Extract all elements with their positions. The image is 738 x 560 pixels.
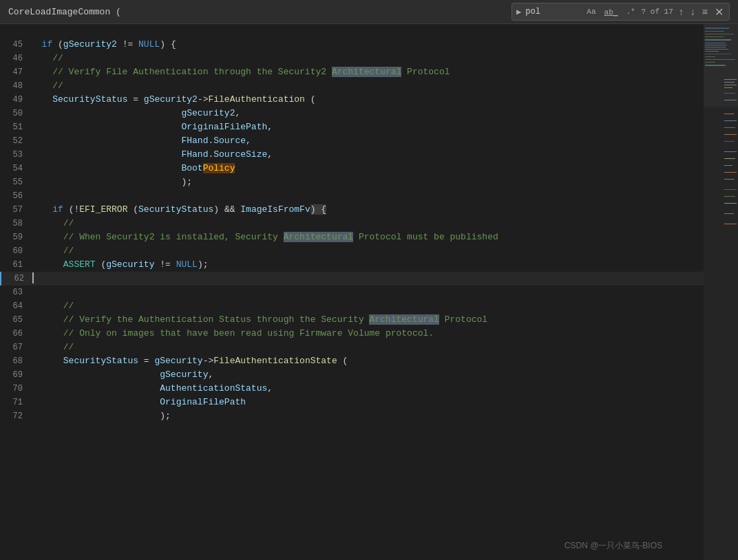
line-number: 50 bbox=[0, 107, 31, 120]
svg-rect-20 bbox=[724, 87, 732, 88]
code-line: 58 // bbox=[0, 217, 704, 230]
svg-rect-34 bbox=[724, 196, 735, 197]
line-number: 62 bbox=[1, 272, 32, 286]
code-line: 61 ASSERT (gSecurity != NULL); bbox=[0, 258, 704, 272]
line-number: 58 bbox=[0, 217, 31, 230]
line-content: ASSERT (gSecurity != NULL); bbox=[31, 258, 704, 272]
line-content: SecurityStatus = gSecurity2->FileAuthent… bbox=[31, 93, 704, 107]
title-bar: CoreLoadImageCommon ( ▶ Aa ab̲ .* ? of 1… bbox=[0, 0, 738, 24]
match-case-button[interactable]: Aa bbox=[584, 7, 598, 17]
svg-rect-33 bbox=[724, 189, 737, 190]
line-number: 46 bbox=[0, 52, 31, 65]
code-line: 47 // Verify File Authentication through… bbox=[0, 65, 704, 79]
svg-rect-32 bbox=[724, 179, 735, 180]
line-number bbox=[0, 24, 31, 38]
line-content: ); bbox=[31, 409, 704, 423]
line-number: 63 bbox=[0, 286, 31, 299]
code-line: 52 FHand.Source, bbox=[0, 134, 704, 148]
line-content: gSecurity, bbox=[31, 368, 704, 382]
code-line: 59 // When Security2 is installed, Secur… bbox=[0, 230, 704, 244]
code-editor[interactable]: 45 if (gSecurity2 != NULL) {46 //47 // V… bbox=[0, 24, 704, 560]
search-prev-button[interactable]: ↑ bbox=[677, 6, 685, 17]
svg-rect-22 bbox=[724, 100, 737, 100]
svg-rect-28 bbox=[724, 151, 737, 152]
line-content bbox=[31, 286, 704, 299]
code-line: 72 ); bbox=[0, 409, 704, 423]
code-line bbox=[0, 24, 704, 38]
code-line: 56 bbox=[0, 189, 704, 203]
line-number: 69 bbox=[0, 368, 31, 382]
code-line: 66 // Only on images that have been read… bbox=[0, 327, 704, 341]
svg-rect-18 bbox=[724, 82, 735, 83]
search-next-button[interactable]: ↓ bbox=[689, 6, 697, 17]
code-line: 46 // bbox=[0, 52, 704, 65]
line-number: 56 bbox=[0, 189, 31, 203]
code-line: 57 if (!EFI_ERROR (SecurityStatus) && Im… bbox=[0, 203, 704, 217]
code-line: 68 SecurityStatus = gSecurity->FileAuthe… bbox=[0, 354, 704, 368]
search-close-button[interactable]: ✕ bbox=[713, 6, 725, 19]
search-count: ? of 17 bbox=[642, 8, 673, 16]
line-number: 53 bbox=[0, 148, 31, 162]
code-line: 62 bbox=[0, 272, 704, 286]
svg-rect-26 bbox=[724, 134, 737, 135]
line-content: OriginalFilePath bbox=[31, 396, 704, 409]
code-line: 49 SecurityStatus = gSecurity2->FileAuth… bbox=[0, 93, 704, 107]
code-line: 51 OriginalFilePath, bbox=[0, 120, 704, 134]
search-arrow-icon: ▶ bbox=[516, 7, 521, 17]
svg-rect-25 bbox=[724, 127, 735, 128]
regex-button[interactable]: .* bbox=[624, 7, 637, 17]
code-line: 50 gSecurity2, bbox=[0, 107, 704, 120]
line-number: 55 bbox=[0, 175, 31, 189]
svg-rect-31 bbox=[724, 172, 737, 173]
line-number: 64 bbox=[0, 299, 31, 313]
line-content: SecurityStatus = gSecurity->FileAuthenti… bbox=[31, 354, 704, 368]
whole-word-button[interactable]: ab̲ bbox=[602, 7, 620, 17]
line-content: FHand.Source, bbox=[31, 134, 704, 148]
search-bar[interactable]: ▶ Aa ab̲ .* ? of 17 ↑ ↓ ≡ ✕ bbox=[512, 3, 730, 21]
svg-rect-27 bbox=[724, 141, 735, 142]
line-number: 68 bbox=[0, 354, 31, 368]
search-input[interactable] bbox=[525, 7, 580, 17]
minimap bbox=[704, 24, 738, 560]
svg-rect-30 bbox=[724, 165, 732, 166]
line-number: 71 bbox=[0, 396, 31, 409]
line-number: 49 bbox=[0, 93, 31, 107]
line-number: 65 bbox=[0, 313, 31, 327]
line-content: ); bbox=[31, 175, 704, 189]
line-content bbox=[31, 189, 704, 203]
line-content: // bbox=[31, 341, 704, 354]
editor-wrapper: 45 if (gSecurity2 != NULL) {46 //47 // V… bbox=[0, 24, 738, 560]
svg-rect-23 bbox=[724, 114, 734, 114]
code-line: 71 OriginalFilePath bbox=[0, 396, 704, 409]
code-line: 53 FHand.SourceSize, bbox=[0, 148, 704, 162]
code-line: 70 AuthenticationStatus, bbox=[0, 382, 704, 396]
line-number: 66 bbox=[0, 327, 31, 341]
search-menu-button[interactable]: ≡ bbox=[701, 6, 709, 17]
line-number: 45 bbox=[0, 38, 31, 52]
svg-rect-35 bbox=[724, 203, 737, 204]
code-line: 67 // bbox=[0, 341, 704, 354]
line-number: 57 bbox=[0, 203, 31, 217]
line-content: gSecurity2, bbox=[31, 107, 704, 120]
line-content bbox=[32, 272, 704, 286]
code-line: 45 if (gSecurity2 != NULL) { bbox=[0, 38, 704, 52]
line-content: // bbox=[31, 52, 704, 65]
code-line: 55 ); bbox=[0, 175, 704, 189]
line-content: // bbox=[31, 79, 704, 93]
line-number: 67 bbox=[0, 341, 31, 354]
code-line: 48 // bbox=[0, 79, 704, 93]
line-number: 60 bbox=[0, 244, 31, 258]
line-content: AuthenticationStatus, bbox=[31, 382, 704, 396]
svg-rect-16 bbox=[704, 24, 738, 107]
line-content: // bbox=[31, 299, 704, 313]
svg-rect-17 bbox=[724, 79, 737, 80]
svg-rect-21 bbox=[724, 93, 735, 94]
line-number: 51 bbox=[0, 120, 31, 134]
line-content: BootPolicy bbox=[31, 162, 704, 175]
line-content: // Only on images that have been read us… bbox=[31, 327, 704, 341]
code-line: 64 // bbox=[0, 299, 704, 313]
line-content bbox=[31, 24, 704, 38]
svg-rect-37 bbox=[724, 224, 737, 224]
line-number: 48 bbox=[0, 79, 31, 93]
line-number: 72 bbox=[0, 409, 31, 423]
